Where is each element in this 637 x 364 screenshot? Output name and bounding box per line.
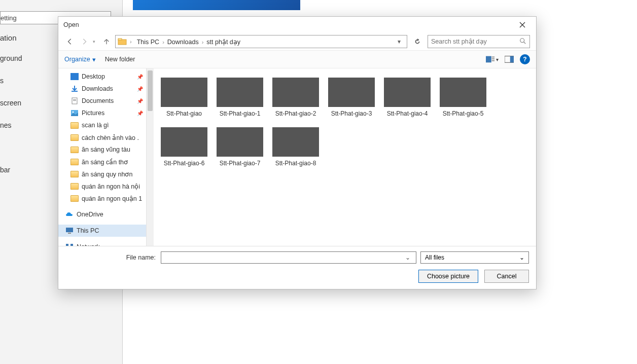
nav-forward-button[interactable] xyxy=(79,36,90,47)
tree-item-c-ch-ch-n-nh-v-o-[interactable]: cách chèn ảnh vào . xyxy=(58,131,146,143)
address-nav-row: ▾ › This PC›Downloads›stt phật dạy ▾ xyxy=(58,33,536,50)
thumbnail-image xyxy=(161,127,207,157)
tree-item-qu-n-n-ngon-h-n-i[interactable]: quán ăn ngon hà nội xyxy=(58,180,146,192)
chevron-down-icon: ▾ xyxy=(92,56,96,63)
breadcrumb-segment[interactable]: stt phật dạy xyxy=(204,39,242,46)
tree-item-label: Desktop xyxy=(82,73,105,80)
dialog-body: Desktop📌Downloads📌Documents📌Pictures📌sca… xyxy=(58,68,536,246)
file-thumbnail[interactable]: Stt-Phat-giao-4 xyxy=(384,78,431,117)
preview-pane-button[interactable] xyxy=(503,54,516,65)
file-name-label: Stt-Phat-giao-5 xyxy=(443,110,484,117)
tree-item-label: cách chèn ảnh vào . xyxy=(82,134,139,141)
sidebar-scrollbar[interactable] xyxy=(146,68,154,246)
file-name-label: Stt-Phat-giao-4 xyxy=(387,110,428,117)
dialog-footer: File name: ⌄ All files ⌄ Choose picture … xyxy=(58,246,536,289)
file-name-label: File name: xyxy=(65,254,157,261)
svg-rect-6 xyxy=(491,60,494,61)
tree-item-qu-n-n-ngon-qu-n-1[interactable]: quán ăn ngon quận 1 xyxy=(58,192,146,204)
tree-item-scan-l-g-[interactable]: scan là gì xyxy=(58,119,146,131)
tree-item-label: ăn sáng quy nhơn xyxy=(82,170,132,178)
svg-point-15 xyxy=(73,112,74,113)
svg-rect-12 xyxy=(73,99,76,100)
svg-rect-9 xyxy=(70,73,79,80)
svg-rect-4 xyxy=(491,57,494,58)
address-dropdown[interactable]: ▾ xyxy=(394,35,405,48)
preview-pane-icon xyxy=(505,56,514,63)
search-icon xyxy=(519,38,526,46)
pin-icon: 📌 xyxy=(137,111,143,116)
file-thumbnail[interactable]: Stt-Phat-giao-8 xyxy=(272,127,319,167)
thumbnail-image xyxy=(161,78,207,107)
breadcrumb-segment[interactable]: Downloads xyxy=(165,39,201,46)
tree-item-label: OneDrive xyxy=(77,211,103,218)
nav-up-button[interactable] xyxy=(101,36,112,47)
search-box[interactable] xyxy=(428,35,530,48)
file-type-filter[interactable]: All files ⌄ xyxy=(420,251,529,264)
tree-item-label: ăn sáng cần thơ xyxy=(82,158,128,166)
tree-item-onedrive[interactable]: OneDrive xyxy=(58,208,146,221)
refresh-button[interactable] xyxy=(410,35,424,48)
file-name-label: Stt-Phat-giao-7 xyxy=(220,160,261,167)
svg-rect-13 xyxy=(73,100,76,101)
dialog-title: Open xyxy=(63,21,79,28)
pin-icon: 📌 xyxy=(137,98,143,104)
file-name-input-wrap[interactable]: ⌄ xyxy=(161,251,416,264)
tree-item--n-s-ng-v-ng-t-u[interactable]: ăn sáng vũng tàu xyxy=(58,143,146,156)
tree-item--n-s-ng-quy-nh-n[interactable]: ăn sáng quy nhơn xyxy=(58,168,146,180)
svg-rect-1 xyxy=(118,39,122,40)
chevron-down-icon: ▾ xyxy=(496,57,499,62)
svg-rect-17 xyxy=(68,233,71,234)
organize-button[interactable]: Organize ▾ xyxy=(64,56,96,63)
pin-icon: 📌 xyxy=(137,86,143,92)
file-thumbnail[interactable]: Stt-Phat-giao-5 xyxy=(440,78,486,117)
breadcrumb-segment[interactable]: This PC xyxy=(135,39,161,46)
nav-recent-dropdown[interactable]: ▾ xyxy=(93,39,98,44)
thumbnail-image xyxy=(328,78,375,107)
tree-item--n-s-ng-c-n-th-[interactable]: ăn sáng cần thơ xyxy=(58,156,146,168)
file-thumbnail[interactable]: Stt-Phat-giao xyxy=(161,78,207,117)
file-thumbnail[interactable]: Stt-Phat-giao-3 xyxy=(328,78,375,117)
tree-item-label: Downloads xyxy=(82,85,113,92)
thumbnail-image xyxy=(272,78,319,107)
nav-back-button[interactable] xyxy=(64,36,76,47)
search-input[interactable] xyxy=(431,38,516,45)
file-name-label: Stt-Phat-giao xyxy=(166,110,202,117)
thumbnail-image xyxy=(217,127,263,157)
folder-icon xyxy=(118,37,127,46)
file-name-label: Stt-Phat-giao-3 xyxy=(331,110,372,117)
toolbar: Organize ▾ New folder ▾ xyxy=(58,50,536,68)
background-search-text: etting xyxy=(1,14,17,22)
file-thumbnail[interactable]: Stt-Phat-giao-1 xyxy=(217,78,263,117)
thumbnail-image xyxy=(272,127,319,157)
help-button[interactable]: ? xyxy=(520,54,530,64)
file-name-input[interactable] xyxy=(164,254,403,261)
tree-item-label: This PC xyxy=(77,227,99,234)
thumbnail-image xyxy=(384,78,431,107)
close-button[interactable] xyxy=(512,18,533,32)
tree-item-documents[interactable]: Documents📌 xyxy=(58,95,146,107)
file-thumbnail[interactable]: Stt-Phat-giao-6 xyxy=(161,127,207,167)
tree-item-label: quán ăn ngon hà nội xyxy=(82,183,140,190)
tree-item-network[interactable]: Network xyxy=(58,241,146,246)
thumbnail-image xyxy=(440,78,486,107)
new-folder-button[interactable]: New folder xyxy=(105,56,135,63)
choose-picture-button[interactable]: Choose picture xyxy=(418,270,478,283)
chevron-down-icon: ⌄ xyxy=(519,254,524,261)
svg-rect-8 xyxy=(510,56,514,63)
view-options-button[interactable]: ▾ xyxy=(485,54,499,65)
file-thumbnail[interactable]: Stt-Phat-giao-2 xyxy=(272,78,319,117)
tree-item-this-pc[interactable]: This PC xyxy=(58,225,146,237)
address-bar[interactable]: › This PC›Downloads›stt phật dạy ▾ xyxy=(115,35,407,48)
file-name-label: Stt-Phat-giao-8 xyxy=(275,160,316,167)
breadcrumb-separator-icon: › xyxy=(161,39,165,45)
tree-item-downloads[interactable]: Downloads📌 xyxy=(58,83,146,95)
file-name-label: Stt-Phat-giao-2 xyxy=(275,110,316,117)
cancel-button[interactable]: Cancel xyxy=(484,270,529,283)
tree-item-desktop[interactable]: Desktop📌 xyxy=(58,70,146,83)
file-grid-area: Stt-Phat-giaoStt-Phat-giao-1Stt-Phat-gia… xyxy=(154,68,536,246)
sidebar-scroll-thumb[interactable] xyxy=(148,70,153,111)
file-name-dropdown[interactable]: ⌄ xyxy=(403,254,413,261)
svg-rect-10 xyxy=(72,91,78,92)
tree-item-pictures[interactable]: Pictures📌 xyxy=(58,107,146,119)
file-thumbnail[interactable]: Stt-Phat-giao-7 xyxy=(217,127,263,167)
